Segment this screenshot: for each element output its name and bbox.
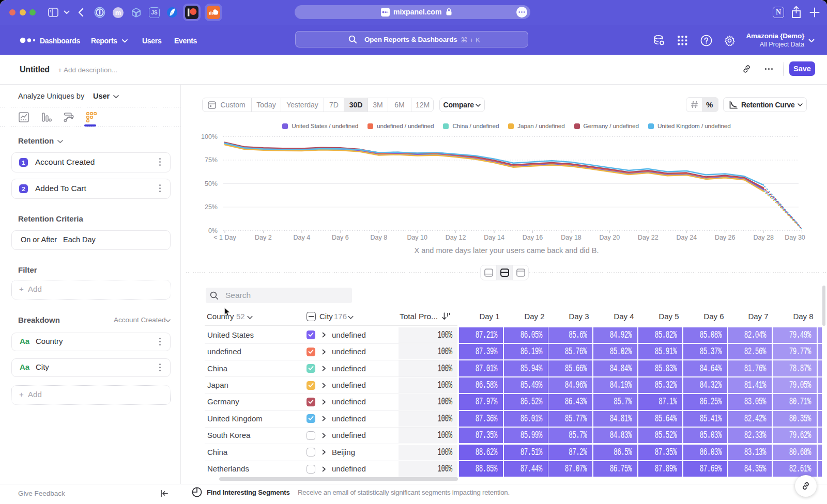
svg-text:Day 4: Day 4 <box>294 234 311 241</box>
svg-text:Day 28: Day 28 <box>753 234 774 241</box>
svg-text:Day 12: Day 12 <box>446 234 466 241</box>
svg-text:Day 16: Day 16 <box>523 234 543 241</box>
svg-text:Day 20: Day 20 <box>600 234 620 241</box>
svg-text:Day 14: Day 14 <box>484 234 504 241</box>
svg-text:25%: 25% <box>205 203 218 211</box>
svg-text:50%: 50% <box>205 180 218 187</box>
svg-text:Day 6: Day 6 <box>332 234 349 241</box>
svg-text:75%: 75% <box>205 156 218 164</box>
svg-text:100%: 100% <box>201 133 218 140</box>
svg-text:Day 8: Day 8 <box>370 234 387 241</box>
svg-text:< 1 Day: < 1 Day <box>213 234 236 241</box>
svg-text:Day 2: Day 2 <box>255 234 272 241</box>
svg-text:0%: 0% <box>208 227 218 234</box>
svg-text:Day 26: Day 26 <box>715 234 736 241</box>
svg-text:Day 22: Day 22 <box>638 234 658 241</box>
svg-text:Day 30: Day 30 <box>785 234 805 241</box>
svg-text:Day 24: Day 24 <box>676 234 697 241</box>
svg-text:Day 10: Day 10 <box>407 234 427 241</box>
svg-text:Day 18: Day 18 <box>561 234 581 241</box>
